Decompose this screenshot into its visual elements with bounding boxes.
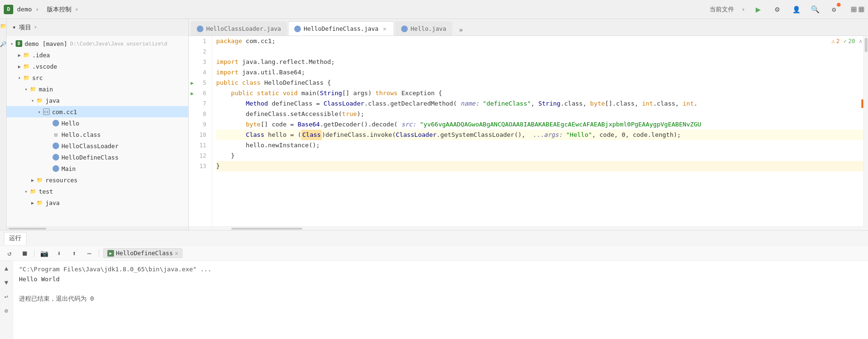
scroll-down-btn[interactable]: ▼	[1, 277, 12, 287]
plain-10e	[562, 130, 566, 140]
tab-label-hdc: HelloDefineClass.java	[304, 25, 378, 32]
editor-hscrollbar-thumb[interactable]	[231, 228, 302, 230]
warning-indicator[interactable]: ⚠ 2	[832, 38, 840, 45]
plain-10a	[216, 130, 246, 140]
project-dropdown-arrow: ▾	[34, 24, 37, 30]
str-hello: "Hello"	[566, 130, 592, 140]
plain-13: }	[216, 161, 220, 171]
folder-main-icon: 📁	[29, 85, 37, 93]
code-line-3: import java.lang.reflect.Method;	[216, 57, 863, 67]
tree-item-main-class[interactable]: ▶ Main	[7, 163, 188, 174]
editor-scrollbar-thumb[interactable]	[865, 38, 868, 52]
plain-4: java.util.Base64;	[238, 67, 305, 78]
plain-6c	[279, 88, 283, 98]
tree-item-package[interactable]: ▾ cc com.cc1	[7, 106, 188, 117]
tab-run-content: 运行	[9, 234, 21, 242]
run-config-label[interactable]: ▶ HelloDefineClass ✕	[103, 248, 183, 258]
folder-java-icon: 📁	[36, 97, 44, 104]
editor-scrollbar[interactable]	[863, 36, 868, 226]
scroll-down-console-button[interactable]: ⬇	[53, 248, 65, 259]
tabs-overflow-button[interactable]: »	[455, 24, 466, 36]
tab-run[interactable]: 运行	[4, 232, 26, 245]
version-control-menu[interactable]: 版本控制	[47, 5, 71, 14]
search-icon[interactable]: 🔍	[809, 4, 821, 15]
folder-icon[interactable]: 📁	[0, 23, 7, 29]
type-class-1: Class	[246, 130, 264, 140]
tree-label-idea: .idea	[32, 52, 50, 59]
tree-item-main[interactable]: ▾ 📁 main	[7, 83, 188, 95]
tab-hello-classloader[interactable]: HelloClassLoader.java	[191, 21, 287, 36]
tree-item-hdc[interactable]: ▶ HelloDefineClass	[7, 152, 188, 163]
tab-hello-java[interactable]: Hello.java	[395, 21, 452, 36]
rerun-button[interactable]: ↺	[4, 248, 15, 259]
left-action-bar: ▲ ▼ ↩ ⊘	[0, 261, 13, 339]
soft-wrap-btn[interactable]: ↩	[1, 291, 12, 302]
find-icon[interactable]: 🔎	[0, 41, 7, 47]
run-gutter-5[interactable]: ▶	[191, 80, 194, 86]
hello-class-icon: ▤	[52, 131, 60, 138]
str-defineclass: "defineClass"	[483, 98, 531, 109]
tree-item-demo[interactable]: ▾ D demo [maven] D:\Code\Java\Java unser…	[7, 38, 188, 49]
console-area: ▲ ▼ ↩ ⊘ "C:\Program Files\Java\jdk1.8.0_…	[0, 261, 868, 339]
ok-indicator[interactable]: ✓ 20	[843, 38, 855, 45]
run-tab-close[interactable]: ✕	[175, 250, 178, 257]
run-gutter-6[interactable]: ▶	[191, 90, 194, 97]
run-button[interactable]: ▶	[753, 4, 764, 15]
plain-7f: .class,	[561, 98, 590, 109]
plain-12: }	[216, 151, 235, 161]
tree-item-hello-class[interactable]: ▶ ▤ Hello.class	[7, 129, 188, 140]
tree-item-hello[interactable]: ▶ Hello	[7, 117, 188, 129]
tree-item-src[interactable]: ▾ 📁 src	[7, 72, 188, 83]
activity-bar: 📁 🔎	[0, 19, 7, 230]
screenshot-button[interactable]: 📷	[38, 248, 50, 259]
tab-icon-hdc	[294, 26, 301, 32]
current-file-arrow: ▾	[742, 6, 745, 13]
editor-hscrollbar[interactable]	[189, 226, 868, 230]
param-name: name:	[461, 98, 479, 109]
plain-1: com.cc1;	[242, 36, 275, 46]
plain-6f: Exception {	[398, 88, 442, 98]
tree-item-test-java[interactable]: ▶ 📁 java	[7, 197, 188, 208]
plain-9c: .getDecoder().decode(	[320, 119, 401, 130]
type-classloader: ClassLoader	[324, 98, 364, 109]
kw-byte-2: byte	[246, 119, 261, 130]
plain-7i: .	[694, 98, 698, 109]
tab-hello-defineclass[interactable]: HelloDefineClass.java ✕	[288, 21, 394, 36]
code-line-6: public static void main(String[] args) t…	[216, 88, 863, 98]
user-icon[interactable]: 👤	[790, 4, 802, 15]
tree-label-main: main	[39, 86, 53, 93]
tab-close-hdc[interactable]: ✕	[381, 26, 388, 32]
more-options-button[interactable]: ⋯	[84, 248, 95, 259]
editor-content: ⚠ 2 ✓ 20 ∧ 1 2 3 4 ▶5 ▶6 7	[189, 36, 868, 230]
project-scrollbar[interactable]	[7, 226, 188, 230]
plain-7e: ,	[531, 98, 538, 109]
type-base64: Base64	[298, 119, 320, 130]
maximize-button[interactable]: □	[859, 7, 864, 12]
notifications-icon[interactable]: ⚙	[828, 4, 840, 15]
minimize-button[interactable]: —	[851, 7, 857, 12]
tree-label-test-java: java	[45, 199, 60, 206]
current-file-menu[interactable]: 当前文件	[710, 5, 734, 14]
clear-console-btn[interactable]: ⊘	[1, 305, 12, 316]
app-logo: D	[4, 5, 13, 14]
plain-6e: [] args)	[342, 88, 375, 98]
stop-button[interactable]: ⏹	[19, 248, 30, 259]
scroll-up-console-button[interactable]: ⬆	[69, 248, 80, 259]
tree-item-hcl[interactable]: ▶ HelloClassLoader	[7, 140, 188, 152]
tree-item-vscode[interactable]: ▶ 📁 .vscode	[7, 61, 188, 72]
tree-item-java[interactable]: ▾ 📁 java	[7, 95, 188, 106]
tree-item-test[interactable]: ▾ 📁 test	[7, 186, 188, 197]
tree-item-idea[interactable]: ▶ 📁 .idea	[7, 49, 188, 61]
code-line-4: import java.util.Base64;	[216, 67, 863, 78]
editor-toolbar-chevron[interactable]: ∧	[859, 38, 862, 45]
tree-arrow-idea: ▶	[16, 53, 23, 58]
tab-icon-hcl	[197, 26, 203, 32]
settings-icon[interactable]: ⚙	[772, 4, 783, 15]
title-bar-left: D demo ▾ 版本控制 ▾	[4, 5, 79, 14]
scrollbar-thumb[interactable]	[9, 228, 46, 230]
console-line-3	[19, 285, 862, 294]
package-icon: cc	[43, 108, 50, 116]
tree-item-resources[interactable]: ▶ 📁 resources	[7, 174, 188, 186]
scroll-up-btn[interactable]: ▲	[1, 263, 12, 273]
project-header[interactable]: ▾ 项目 ▾	[7, 19, 188, 36]
